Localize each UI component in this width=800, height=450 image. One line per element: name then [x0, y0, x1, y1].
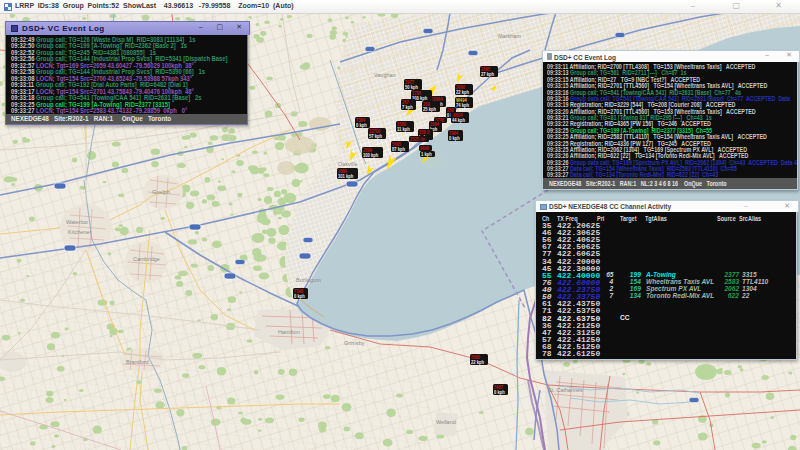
svg-text:Welland: Welland	[436, 419, 456, 425]
svg-text:St. Catharines: St. Catharines	[548, 387, 583, 393]
svg-text:Grimsby: Grimsby	[344, 340, 365, 346]
svg-text:Waterloo: Waterloo	[66, 219, 88, 225]
svg-text:Markham: Markham	[498, 33, 521, 39]
svg-text:Cambridge: Cambridge	[133, 256, 160, 262]
svg-text:Hamilton: Hamilton	[278, 329, 300, 335]
svg-text:Vaughan: Vaughan	[374, 72, 396, 78]
svg-text:Guelph: Guelph	[152, 189, 170, 195]
svg-text:Burlington: Burlington	[296, 277, 321, 283]
svg-text:Kitchener: Kitchener	[68, 229, 91, 235]
svg-text:Brantford: Brantford	[126, 359, 149, 365]
